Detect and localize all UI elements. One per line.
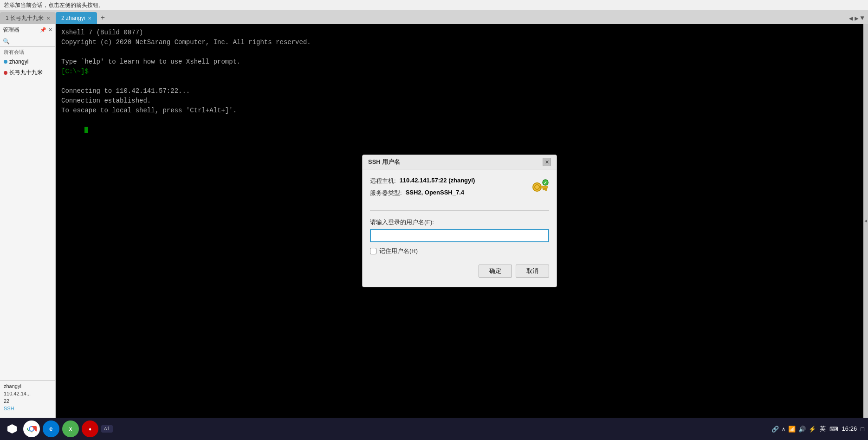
dialog-info-rows: 远程主机: 110.42.141.57:22 (zhangyi) 服务器类型: … — [370, 177, 525, 201]
hint-text: 若添加当前会话，点击左侧的箭头按钮。 — [4, 1, 104, 9]
terminal-area[interactable]: Xshell 7 (Build 0077) Copyright (c) 2020… — [56, 24, 863, 418]
dialog-server-type-row: 服务器类型: SSH2, OpenSSH_7.4 — [370, 189, 525, 197]
svg-text:X: X — [69, 427, 72, 432]
expand-icon[interactable]: ∧ — [782, 426, 785, 432]
sidebar-item-zhangyi[interactable]: zhangyi — [0, 57, 55, 67]
sidebar-info-name: zhangyi — [4, 382, 52, 390]
taskbar-time: 16:26 — [842, 425, 857, 433]
dialog-overlay: SSH 用户名 ✕ 远程主机: 110.42.141.57:22 (zhangy… — [56, 24, 863, 418]
tab-add-button[interactable]: + — [97, 12, 108, 24]
ssh-key-icon: ✓ — [531, 177, 549, 195]
taskbar-sys-icons: 🔗 ∧ 📶 🔊 ⚡ — [771, 426, 816, 433]
wifi-icon: 📶 — [788, 426, 796, 433]
remember-username-checkbox[interactable] — [370, 248, 376, 254]
language-indicator[interactable]: 英 — [820, 425, 826, 433]
sidebar-header: 管理器 📌 ✕ — [0, 24, 55, 36]
sidebar-info-host: 110.42.14... — [4, 390, 52, 397]
sidebar-close-icon[interactable]: ✕ — [48, 27, 52, 33]
tab-1[interactable]: 1 长弓九十九米 ✕ — [0, 12, 56, 24]
remember-username-row: 记住用户名(R) — [370, 247, 549, 255]
sidebar-pin-icon[interactable]: 📌 — [40, 27, 46, 33]
tab-2-label: 2 zhangyi — [61, 15, 85, 21]
ok-button[interactable]: 确定 — [479, 265, 512, 278]
search-icon: 🔍 — [3, 38, 10, 45]
sidebar-info-panel: zhangyi 110.42.14... 22 SSH — [0, 380, 55, 418]
tab-2-close-icon[interactable]: ✕ — [88, 16, 91, 21]
username-input[interactable] — [370, 229, 549, 242]
dialog-separator — [370, 210, 549, 211]
nav-left-icon[interactable]: ◀ — [849, 14, 853, 22]
dialog-body: 远程主机: 110.42.141.57:22 (zhangyi) 服务器类型: … — [363, 169, 557, 287]
taskbar: e X ♦ Ai 🔗 ∧ 📶 🔊 ⚡ 英 ⌨ 16:26 □ — [0, 418, 868, 440]
tab-bar: 1 长弓九十九米 ✕ 2 zhangyi ✕ + ◀ ▶ ▼ — [0, 10, 868, 24]
bluetooth-icon: ⚡ — [809, 426, 816, 433]
tab-2[interactable]: 2 zhangyi ✕ — [56, 12, 97, 24]
nav-chevron-icon[interactable]: ▼ — [861, 14, 864, 22]
hint-bar: 若添加当前会话，点击左侧的箭头按钮。 — [0, 0, 868, 10]
ssh-username-dialog: SSH 用户名 ✕ 远程主机: 110.42.141.57:22 (zhangy… — [362, 155, 557, 287]
svg-point-0 — [533, 183, 541, 191]
tab-1-label: 1 长弓九十九米 — [6, 14, 44, 22]
dialog-close-button[interactable]: ✕ — [543, 158, 551, 166]
sidebar-info-port: 22 — [4, 397, 52, 405]
dialog-remote-host-row: 远程主机: 110.42.141.57:22 (zhangyi) — [370, 177, 525, 185]
svg-text:e: e — [49, 426, 53, 433]
sidebar-info-protocol: SSH — [4, 405, 52, 412]
zhangyi-status-dot — [4, 60, 7, 64]
taskbar-green-app[interactable]: X — [62, 421, 79, 437]
collapse-arrow-icon: ◀ — [864, 218, 867, 224]
svg-rect-3 — [545, 188, 547, 190]
notification-icon[interactable]: □ — [861, 426, 864, 433]
tab-add-icon: + — [101, 14, 105, 22]
sidebar-section-all-sessions: 所有会话 — [0, 47, 55, 57]
taskbar-right: 🔗 ∧ 📶 🔊 ⚡ 英 ⌨ 16:26 □ — [771, 425, 864, 433]
cancel-button[interactable]: 取消 — [516, 265, 549, 278]
tab-1-close-icon[interactable]: ✕ — [46, 16, 50, 21]
right-collapse-handle[interactable]: ◀ — [863, 24, 868, 418]
sidebar-item-changong-label: 长弓九十九米 — [9, 69, 43, 77]
server-type-value: SSH2, OpenSSH_7.4 — [406, 189, 464, 197]
dialog-buttons: 确定 取消 — [370, 265, 549, 279]
dialog-title: SSH 用户名 — [368, 158, 400, 166]
svg-point-9 — [30, 427, 33, 431]
sidebar-title: 管理器 — [3, 26, 19, 34]
keyboard-layout-icon: ⌨ — [829, 426, 838, 433]
sidebar: 管理器 📌 ✕ 🔍 所有会话 zhangyi 长弓九十九米 zhangyi 11… — [0, 24, 56, 418]
sidebar-info-row2 — [4, 414, 52, 416]
sidebar-icons: 📌 ✕ — [40, 27, 52, 33]
changong-status-dot — [4, 71, 7, 75]
svg-text:♦: ♦ — [89, 427, 92, 432]
remote-host-value: 110.42.141.57:22 (zhangyi) — [400, 177, 475, 185]
sidebar-search: 🔍 — [0, 36, 55, 47]
main-layout: 管理器 📌 ✕ 🔍 所有会话 zhangyi 长弓九十九米 zhangyi 11… — [0, 24, 868, 418]
remember-username-label: 记住用户名(R) — [379, 247, 418, 255]
tab-nav-right: ◀ ▶ ▼ — [849, 12, 868, 24]
server-type-label: 服务器类型: — [370, 189, 402, 197]
dialog-info-section: 远程主机: 110.42.141.57:22 (zhangyi) 服务器类型: … — [370, 177, 549, 201]
taskbar-ai-label: Ai — [101, 425, 113, 433]
dialog-titlebar: SSH 用户名 ✕ — [363, 155, 557, 169]
network-icon: 🔗 — [771, 426, 779, 433]
speaker-icon: 🔊 — [798, 426, 806, 433]
taskbar-chrome-app[interactable] — [23, 421, 40, 437]
svg-text:✓: ✓ — [544, 181, 547, 185]
sidebar-item-zhangyi-label: zhangyi — [9, 58, 28, 65]
start-icon — [7, 424, 17, 434]
start-button[interactable] — [4, 421, 20, 437]
svg-rect-4 — [543, 188, 544, 190]
input-label: 请输入登录的用户名(E): — [370, 218, 549, 226]
taskbar-red-app[interactable]: ♦ — [82, 421, 98, 437]
nav-right-icon[interactable]: ▶ — [855, 14, 858, 22]
sidebar-item-changong[interactable]: 长弓九十九米 — [0, 67, 55, 78]
taskbar-edge-app[interactable]: e — [43, 421, 59, 437]
remote-host-label: 远程主机: — [370, 177, 396, 185]
